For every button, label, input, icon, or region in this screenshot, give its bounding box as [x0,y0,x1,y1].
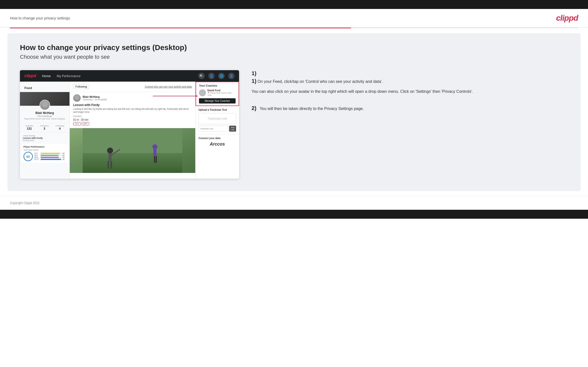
trackman-input-row: Add Link [198,126,236,132]
post-location: Yesterday · Sunningdale [83,98,107,101]
bar-ott-value: 90 [63,153,66,154]
profile-subtitle: Plus Handicap [22,115,67,117]
bar-putt: PUTT 96 [34,158,66,160]
arccos-logo: Arccos [198,142,236,147]
instruction-1-sub: You can also click on your avatar in the… [252,88,566,95]
coach-name: David Ford [207,89,236,92]
feed-image-svg [70,128,195,173]
following-button[interactable]: Following [73,84,89,89]
post-user-name: Blair McHarg [83,95,107,98]
instruction-2: 2) You will then be taken directly to th… [252,104,566,112]
bar-ott-track [41,153,62,154]
bar-putt-value: 96 [63,158,66,160]
avatar-nav[interactable]: 👤 [228,73,235,79]
app-sidebar: Feed Blair McHarg Plus Handicap Royal No [20,82,70,179]
user-icon[interactable]: 👤 [208,73,215,79]
app-screenshot: clippd Home My Performance 🔍 👤 🌐 👤 Feed [20,70,239,179]
instruction-1: 1) 1) On your Feed, click/tap on 'Contro… [252,70,566,95]
trackman-placeholder: Trackman Link [198,113,236,124]
manage-coaches-button[interactable]: Manage Your Coaches [199,98,236,104]
bar-arg-value: 86 [63,157,66,158]
svg-rect-6 [111,161,112,169]
instruction-2-body: You will then be taken directly to the P… [260,106,364,111]
bar-app-label: APP [34,155,40,156]
feed-header: Following Control who can see your activ… [70,82,195,92]
coaches-title: Your Coaches [199,84,236,87]
app-navbar: clippd Home My Performance 🔍 👤 🌐 👤 [20,70,239,82]
profile-card: Blair McHarg Plus Handicap Royal North D… [20,92,69,143]
profile-club: Royal North Devon Golf Club, United King… [22,118,67,120]
content-columns: clippd Home My Performance 🔍 👤 🌐 👤 Feed [20,70,568,179]
stats-row: Activities 131 Followers 3 Following 4 [20,123,69,132]
breadcrumb: How to change your privacy settings [10,16,70,20]
search-icon[interactable]: 🔍 [198,73,205,79]
page-heading: How to change your privacy settings (Des… [20,43,568,52]
instruction-1-number: 1) [252,70,257,77]
bottom-bar [0,210,588,219]
footer: Copyright Clippd 2022 [0,196,588,210]
nav-my-performance[interactable]: My Performance [57,74,80,78]
stat-activities: Activities 131 [25,125,33,130]
nav-home[interactable]: Home [42,74,51,78]
latest-activity-date: 03 Aug 2022 [23,139,66,142]
bar-putt-label: PUTT [34,158,40,160]
activities-label: Activities [25,125,33,127]
feed-tab[interactable]: Feed [20,84,69,92]
bar-ott: OTT 90 [34,153,66,154]
app-nav-icons: 🔍 👤 🌐 👤 [198,73,235,79]
svg-point-7 [152,144,157,149]
coach-club-text: Royal North Devon Golf Club [207,92,231,96]
post-user-info: Blair McHarg Yesterday · Sunningdale [83,95,107,101]
latest-activity: Latest Activity Lesson with Fordy 03 Aug… [20,133,69,143]
post-tags: OTT APP [73,122,192,125]
tag-ott: OTT [73,122,81,125]
instruction-1-text: 1) On your Feed, click/tap on 'Control w… [252,77,566,85]
app-right-panel: Your Coaches David Ford 📍 Royal North De… [196,82,239,179]
svg-rect-9 [154,156,155,163]
trackman-input[interactable] [198,126,228,132]
svg-rect-8 [153,149,156,156]
bar-arg: ARG 86 [34,157,66,158]
main-content: How to change your privacy settings (Des… [7,33,581,191]
stat-following: Following 4 [56,125,64,130]
control-link[interactable]: Control who can see your activity and da… [145,85,192,88]
instruction-1-body: On your Feed, click/tap on 'Control who … [258,79,383,84]
stat-followers: Followers 3 [40,125,49,130]
post-duration-label: Duration [73,115,192,117]
page-subheading: Choose what you want people to see [20,54,568,60]
connect-section: Connect your data Arccos [196,134,239,149]
player-performance: Player Performance Total Player Quality … [21,144,68,163]
profile-name: Blair McHarg [22,111,67,115]
followers-label: Followers [40,125,49,127]
post-header: Blair McHarg Yesterday · Sunningdale [73,94,192,102]
coach-info: David Ford 📍 Royal North Devon Golf Club [207,89,236,96]
coach-club: 📍 Royal North Devon Golf Club [207,92,236,96]
connect-title: Connect your data [198,137,236,140]
add-link-button[interactable]: Add Link [229,126,236,132]
quality-bars: OTT 90 APP 85 [34,153,66,160]
tag-app: APP [82,122,89,125]
svg-rect-1 [83,153,182,173]
instruction-2-text: 2) You will then be taken directly to th… [252,104,566,112]
followers-value: 3 [40,127,49,130]
coaches-section: Your Coaches David Ford 📍 Royal North De… [196,82,239,106]
feed-post: Blair McHarg Yesterday · Sunningdale Les… [70,92,195,128]
following-value: 4 [56,127,64,130]
trackman-section: Upload a Trackman Test Trackman Link Add… [196,106,239,134]
post-desc: Looking to feel like my hands are exitin… [73,108,192,113]
duration-label: Duration [73,115,82,117]
latest-activity-name: Lesson with Fordy [23,137,66,139]
header-underline [10,28,578,28]
profile-avatar [40,100,50,110]
bar-arg-label: ARG [34,157,40,158]
app-logo: clippd [24,74,36,78]
bar-ott-label: OTT [34,153,40,154]
globe-icon[interactable]: 🌐 [218,73,225,79]
trackman-title: Upload a Trackman Test [198,108,236,111]
logo: clippd [556,13,578,23]
bar-app-value: 85 [63,155,66,156]
bar-app-track [41,155,62,156]
copyright: Copyright Clippd 2022 [10,201,40,205]
post-title: Lesson with Fordy [73,103,192,107]
quality-label: Total Player Quality [23,149,66,151]
